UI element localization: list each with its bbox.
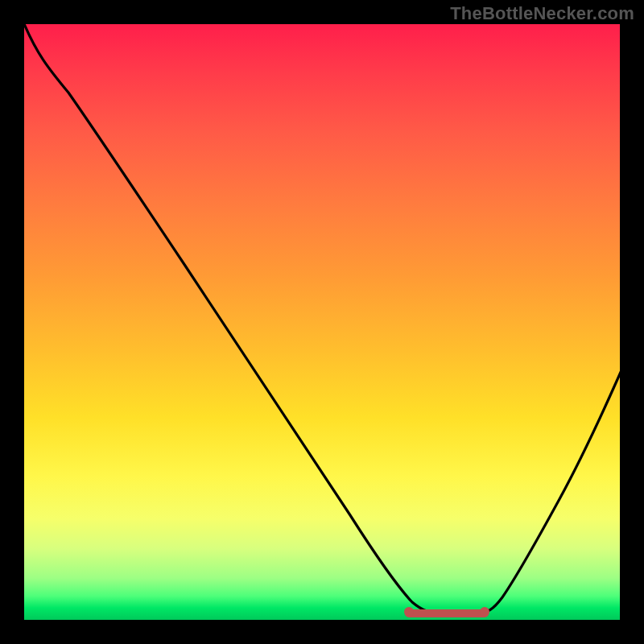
bottleneck-curve-svg	[24, 24, 620, 620]
chart-frame: TheBottleNecker.com	[0, 0, 644, 644]
curve-line	[24, 24, 620, 613]
plot-area	[24, 24, 620, 620]
watermark-text: TheBottleNecker.com	[450, 3, 634, 24]
valley-dot-left	[404, 607, 414, 617]
valley-dot-right	[480, 607, 489, 617]
